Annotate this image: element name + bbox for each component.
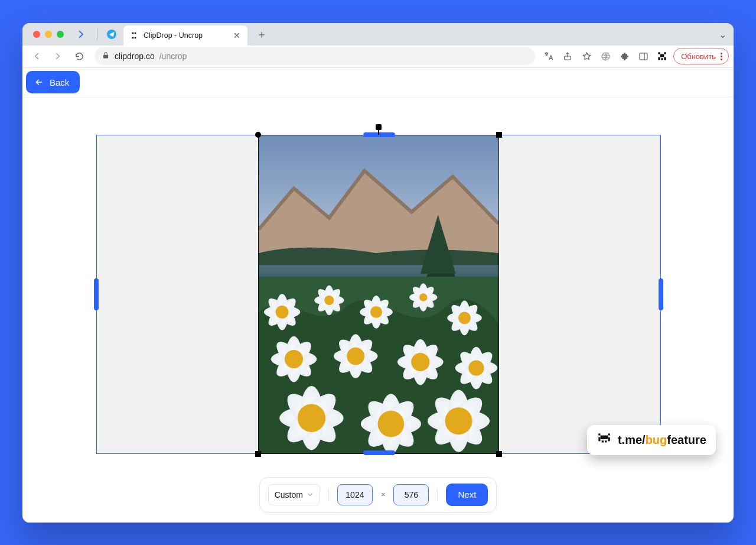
- crop-anchor-handle[interactable]: [376, 124, 382, 130]
- browser-update-button[interactable]: Обновить: [673, 48, 729, 64]
- back-button-label: Back: [50, 77, 69, 87]
- svg-point-54: [411, 353, 429, 371]
- reload-icon[interactable]: [70, 47, 89, 66]
- svg-point-49: [347, 347, 364, 365]
- svg-rect-1: [103, 54, 108, 58]
- crop-handle-top[interactable]: [363, 132, 395, 137]
- browser-window: ClipDrop - Uncrop ✕ ＋ ⌄ clipdrop.co/uncr…: [22, 23, 734, 523]
- close-tab-icon[interactable]: ✕: [232, 31, 242, 40]
- svg-point-29: [370, 306, 382, 317]
- watermark-badge[interactable]: t.me/bugfeature: [587, 425, 716, 455]
- maximize-window-icon[interactable]: [57, 31, 64, 38]
- profile-avatar-icon[interactable]: [654, 48, 670, 64]
- window-controls: [27, 23, 70, 46]
- crop-handle-right[interactable]: [659, 278, 663, 310]
- chevron-down-icon: [307, 491, 314, 498]
- nav-back-icon[interactable]: [27, 47, 46, 66]
- svg-point-69: [378, 410, 405, 437]
- pinned-tab-icon[interactable]: [78, 30, 87, 39]
- svg-rect-81: [605, 440, 607, 442]
- close-window-icon[interactable]: [33, 31, 40, 38]
- svg-rect-9: [658, 57, 660, 60]
- svg-point-39: [458, 312, 471, 324]
- svg-rect-75: [598, 433, 600, 435]
- svg-point-64: [298, 404, 325, 432]
- pinned-tab-telegram-icon[interactable]: [107, 30, 116, 39]
- extensions-icon[interactable]: [617, 48, 632, 64]
- divider: [328, 488, 329, 501]
- badge-suffix: feature: [667, 433, 706, 446]
- tabs-overflow-icon[interactable]: ⌄: [719, 29, 726, 40]
- sidepanel-icon[interactable]: [636, 48, 651, 64]
- translate-icon[interactable]: [541, 48, 556, 64]
- browser-toolbar: clipdrop.co/uncrop Обновить: [22, 46, 734, 68]
- crop-handle-bottom-left[interactable]: [255, 451, 261, 457]
- next-button-label: Next: [458, 489, 476, 499]
- svg-rect-11: [661, 58, 663, 60]
- svg-point-74: [445, 407, 472, 434]
- page-content: Back: [22, 68, 734, 523]
- tab-favicon-icon: [129, 31, 139, 40]
- divider: [97, 28, 97, 40]
- update-label: Обновить: [681, 52, 716, 61]
- address-bar[interactable]: clipdrop.co/uncrop: [94, 47, 535, 65]
- crop-handle-top-right[interactable]: [496, 132, 502, 138]
- svg-point-24: [324, 295, 334, 304]
- space-invader-icon: [597, 431, 612, 449]
- tab-strip: ClipDrop - Uncrop ✕ ＋ ⌄: [22, 23, 734, 46]
- svg-rect-80: [602, 440, 604, 442]
- height-input[interactable]: [393, 484, 429, 505]
- lock-icon: [102, 51, 110, 61]
- bottom-bar: Custom × Next: [22, 467, 734, 523]
- divider: [437, 488, 438, 501]
- badge-mid: bug: [646, 433, 667, 446]
- svg-rect-6: [658, 52, 660, 54]
- svg-point-59: [468, 360, 484, 375]
- url-path: /uncrop: [159, 51, 187, 61]
- svg-rect-10: [664, 57, 666, 60]
- times-label: ×: [381, 490, 386, 499]
- arrow-left-icon: [34, 77, 44, 87]
- app-topbar: Back: [22, 68, 734, 98]
- svg-rect-8: [660, 54, 664, 57]
- share-icon[interactable]: [560, 48, 575, 64]
- svg-rect-79: [608, 437, 610, 441]
- svg-point-44: [285, 350, 303, 368]
- bookmark-star-icon[interactable]: [579, 48, 594, 64]
- svg-point-19: [276, 305, 289, 318]
- crop-anchor-line: [378, 130, 379, 135]
- active-tab[interactable]: ClipDrop - Uncrop ✕: [123, 25, 247, 46]
- url-host: clipdrop.co: [115, 51, 155, 61]
- svg-rect-4: [640, 53, 647, 59]
- back-button[interactable]: Back: [26, 71, 80, 93]
- source-image[interactable]: [258, 135, 499, 454]
- width-input[interactable]: [337, 484, 373, 505]
- crop-handle-top-left[interactable]: [255, 132, 261, 138]
- aspect-preset-select[interactable]: Custom: [268, 484, 320, 505]
- crop-handle-left[interactable]: [94, 278, 99, 310]
- svg-rect-7: [664, 52, 666, 54]
- extension-a-icon[interactable]: [598, 48, 613, 64]
- svg-rect-78: [598, 437, 600, 441]
- dimension-controls: Custom × Next: [259, 477, 497, 512]
- minimize-window-icon[interactable]: [45, 31, 52, 38]
- next-button[interactable]: Next: [446, 484, 488, 506]
- crop-handle-bottom[interactable]: [363, 450, 395, 455]
- crop-handle-bottom-right[interactable]: [496, 451, 502, 457]
- new-tab-button[interactable]: ＋: [253, 26, 270, 43]
- svg-point-34: [419, 293, 428, 301]
- uncrop-canvas: t.me/bugfeature: [22, 98, 734, 467]
- svg-rect-77: [600, 435, 608, 439]
- badge-prefix: t.me/: [618, 433, 646, 446]
- nav-forward-icon[interactable]: [48, 47, 67, 66]
- aspect-preset-label: Custom: [275, 490, 303, 499]
- svg-rect-76: [608, 433, 610, 435]
- tab-title: ClipDrop - Uncrop: [144, 31, 232, 40]
- menu-dots-icon: [721, 53, 722, 60]
